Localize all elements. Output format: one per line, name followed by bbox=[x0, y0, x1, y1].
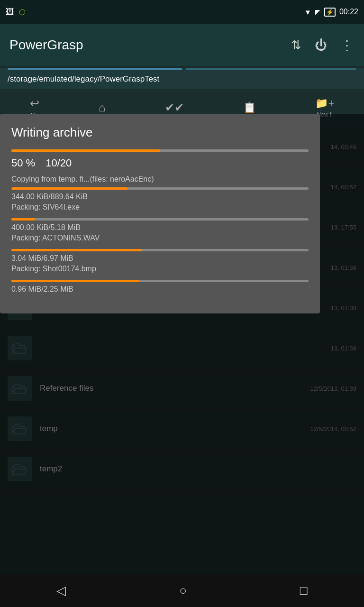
path-container: /storage/emulated/legacy/PowerGraspTest bbox=[0, 68, 364, 89]
recents-button[interactable]: □ bbox=[300, 583, 308, 598]
sub-progress-bar-3 bbox=[11, 249, 309, 251]
toolbar-paste[interactable]: 📋 bbox=[243, 101, 256, 114]
sub-progress-bar-1 bbox=[11, 187, 309, 190]
status-bar: 🖼 ⬡ ▼ ◤ ⚡ 00:22 bbox=[0, 0, 364, 24]
scroll-right bbox=[186, 68, 356, 70]
signal-icon: ◤ bbox=[315, 8, 320, 16]
sub-size-2: 400.00 KiB/5.18 MiB bbox=[11, 223, 309, 232]
sub-size-1: 344.00 KiB/889.64 KiB bbox=[11, 193, 309, 201]
sub-progress-3: 3.04 MiB/6.97 MiB Packing: Shot00174.bmp bbox=[11, 249, 309, 273]
app-bar: PowerGrasp ⇅ ⏻ ⋮ bbox=[0, 24, 364, 66]
modal-title: Writing archive bbox=[11, 125, 309, 140]
sub-file-3: Packing: Shot00174.bmp bbox=[11, 265, 309, 273]
main-progress-section bbox=[11, 149, 309, 152]
main-progress-bar-fill bbox=[11, 149, 160, 152]
battery-icon: ⚡ bbox=[324, 8, 336, 17]
main-progress-bar-container bbox=[11, 149, 309, 152]
home-icon: ⌂ bbox=[99, 101, 106, 114]
sub-progress-fill-1 bbox=[11, 187, 127, 190]
operation-text: Copying from temp. fi...(files: neroAacE… bbox=[11, 175, 309, 184]
sub-progress-2: 400.00 KiB/5.18 MiB Packing: ACTONINS.WA… bbox=[11, 218, 309, 242]
sub-progress-4: 0.96 MiB/2.25 MiB bbox=[11, 280, 309, 294]
path-text: /storage/emulated/legacy/PowerGraspTest bbox=[8, 74, 159, 83]
sub-progress-fill-2 bbox=[11, 218, 35, 221]
sub-progress-fill-3 bbox=[11, 249, 142, 251]
sub-progress-bar-2 bbox=[11, 218, 309, 221]
sub-file-1: Packing: SIV64I.exe bbox=[11, 203, 309, 212]
clock: 00:22 bbox=[339, 8, 358, 16]
back-button[interactable]: ◁ bbox=[56, 583, 66, 598]
up-icon: ↩ bbox=[30, 97, 39, 110]
power-icon[interactable]: ⏻ bbox=[315, 38, 327, 53]
scroll-left bbox=[8, 68, 182, 70]
status-bar-right: ▼ ◤ ⚡ 00:22 bbox=[304, 8, 358, 17]
sub-progress-1: 344.00 KiB/889.64 KiB Packing: SIV64I.ex… bbox=[11, 187, 309, 212]
sub-progress-fill-4 bbox=[11, 280, 139, 282]
progress-percent: 50 % bbox=[11, 157, 35, 169]
modal-overlay: Writing archive 50 % 10/20 Copying from … bbox=[0, 114, 364, 574]
sub-size-4: 0.96 MiB/2.25 MiB bbox=[11, 285, 309, 294]
app-title: PowerGrasp bbox=[9, 37, 83, 53]
modal-dialog: Writing archive 50 % 10/20 Copying from … bbox=[0, 114, 320, 313]
app-bar-actions: ⇅ ⏻ ⋮ bbox=[291, 37, 355, 53]
sub-progress-bar-4 bbox=[11, 280, 309, 282]
bottom-nav: ◁ ○ □ bbox=[0, 574, 364, 607]
sub-file-2: Packing: ACTONINS.WAV bbox=[11, 234, 309, 242]
progress-label: 50 % 10/20 bbox=[11, 157, 309, 169]
sub-size-3: 3.04 MiB/6.97 MiB bbox=[11, 254, 309, 263]
progress-count: 10/20 bbox=[46, 157, 72, 169]
paste-icon: 📋 bbox=[243, 101, 256, 114]
new-folder-icon: 📁+ bbox=[315, 97, 334, 110]
photo-icon: 🖼 bbox=[6, 7, 14, 17]
sort-icon[interactable]: ⇅ bbox=[291, 38, 301, 53]
android-icon: ⬡ bbox=[19, 8, 26, 17]
toolbar-home[interactable]: ⌂ bbox=[99, 101, 106, 114]
home-button[interactable]: ○ bbox=[179, 583, 187, 598]
checkmark-icon: ✔✔ bbox=[165, 101, 184, 114]
more-icon[interactable]: ⋮ bbox=[340, 37, 355, 53]
toolbar-select[interactable]: ✔✔ bbox=[165, 101, 184, 114]
status-bar-left: 🖼 ⬡ bbox=[6, 7, 26, 17]
wifi-icon: ▼ bbox=[304, 8, 311, 16]
path-bar: /storage/emulated/legacy/PowerGraspTest bbox=[0, 71, 364, 89]
